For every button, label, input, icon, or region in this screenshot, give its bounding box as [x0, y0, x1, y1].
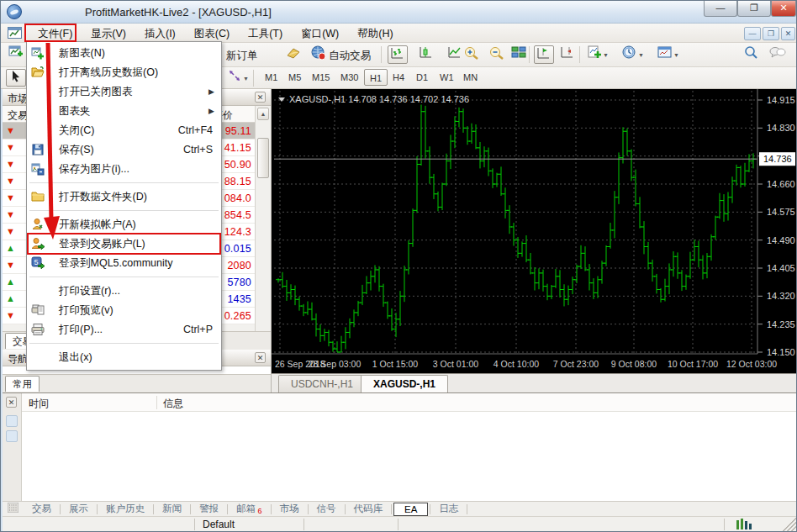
search-icon[interactable]	[741, 45, 761, 64]
bid-price: 0.265	[224, 310, 251, 322]
close-button[interactable]: ✕	[771, 1, 796, 17]
file-menu-item-14[interactable]: 打印设置(r)...	[27, 282, 221, 301]
new-order-button[interactable]: 新订单	[226, 49, 258, 63]
submenu-arrow-icon: ▶	[208, 102, 214, 121]
file-menu-item-3[interactable]: 图表夹▶	[27, 102, 221, 121]
indicators-button[interactable]	[584, 45, 604, 64]
autotrading-button[interactable]: 自动交易	[329, 49, 371, 63]
mdi-restore-button[interactable]: ❐	[763, 27, 779, 40]
cursor-button[interactable]	[6, 69, 26, 87]
profile-name[interactable]: Default	[203, 519, 235, 530]
price-chart[interactable]: 14.91514.83014.66014.57514.49014.40514.3…	[272, 89, 796, 373]
bottom-tab-10[interactable]: 日志	[430, 502, 467, 516]
minimize-button[interactable]: —	[704, 1, 737, 17]
file-menu-item-6[interactable]: 保存为图片(i)...	[27, 160, 221, 179]
templates-dropdown[interactable]: ▼	[673, 52, 679, 58]
timeframe-m15[interactable]: M15	[307, 69, 335, 86]
file-menu-item-1[interactable]: 打开离线历史数据(O)	[27, 63, 221, 82]
bottom-tab-1[interactable]: 展示	[61, 502, 97, 516]
timeframe-m5[interactable]: M5	[283, 69, 306, 86]
file-menu-item-8[interactable]: 打开数据文件夹(D)	[27, 187, 221, 207]
bottom-tab-8[interactable]: 代码库	[346, 502, 392, 516]
market-watch-close-icon[interactable]: ✕	[255, 92, 266, 103]
bottom-tab-9[interactable]: EA	[393, 503, 428, 516]
chart-shift-button[interactable]	[534, 45, 554, 64]
file-menu-item-10[interactable]: 开新模拟帐户(A)	[27, 215, 221, 234]
column-time[interactable]: 时间	[29, 397, 49, 411]
file-menu-item-0[interactable]: 新图表(N)	[27, 44, 221, 63]
bottom-tab-0[interactable]: 交易	[24, 502, 60, 516]
bottom-tab-5[interactable]: 邮箱 6	[228, 502, 271, 516]
bottom-tab-7[interactable]: 信号	[309, 502, 345, 516]
chat-icon[interactable]	[768, 45, 788, 64]
timeframe-m30[interactable]: M30	[335, 69, 363, 86]
annotation-box-file-menu	[24, 24, 77, 42]
indicators-dropdown[interactable]: ▼	[603, 52, 609, 58]
file-menu-item-2[interactable]: 打开已关闭图表▶	[27, 82, 221, 102]
column-message[interactable]: 信息	[163, 397, 183, 411]
bottom-tab-4[interactable]: 警报	[191, 502, 227, 516]
scroll-tabs-icon[interactable]	[8, 503, 18, 515]
draw-arrows-button[interactable]	[224, 69, 245, 87]
chart-window-icon[interactable]	[8, 27, 22, 39]
file-menu-item-18[interactable]: 退出(x)	[27, 348, 221, 367]
zoom-in-button[interactable]	[462, 45, 482, 64]
autotrading-icon[interactable]	[309, 45, 329, 64]
svg-text:14.235: 14.235	[767, 319, 795, 329]
timeframe-m1[interactable]: M1	[260, 69, 282, 86]
menubar-item-5[interactable]: 窗口(W)	[292, 24, 348, 44]
periods-dropdown[interactable]: ▼	[638, 52, 644, 58]
new-chart-button[interactable]	[6, 45, 26, 64]
timeframe-mn[interactable]: MN	[458, 69, 483, 86]
zoom-out-button[interactable]	[487, 45, 507, 64]
chart-tab-xagusdh1[interactable]: XAGUSD-,H1	[361, 375, 448, 393]
chart-tab-usdcnhh1[interactable]: USDCNH-,H1	[278, 375, 366, 392]
resize-grip[interactable]	[783, 518, 796, 531]
mail-badge: 6	[256, 507, 262, 515]
menubar-item-4[interactable]: 工具(T)	[239, 24, 292, 44]
tile-windows-button[interactable]	[509, 45, 529, 64]
tab-common[interactable]: 常用	[5, 376, 40, 392]
bar-chart-type-button[interactable]	[388, 45, 408, 64]
auto-scroll-button[interactable]	[557, 45, 578, 64]
templates-button[interactable]	[655, 45, 675, 64]
bid-price: 41.15	[224, 142, 251, 154]
folder-icon	[31, 190, 45, 203]
candlestick-type-button[interactable]	[416, 45, 436, 64]
bid-price: 0.015	[224, 243, 251, 255]
chart-area[interactable]: 14.91514.83014.66014.57514.49014.40514.3…	[272, 89, 796, 373]
folder-open-icon	[31, 66, 45, 79]
mdi-minimize-button[interactable]: —	[744, 27, 761, 40]
price-up-icon: ▲	[6, 243, 15, 253]
scrollbar-thumb[interactable]	[257, 138, 269, 178]
menubar-item-6[interactable]: 帮助(H)	[348, 24, 402, 44]
file-menu-item-5[interactable]: 保存(S)Ctrl+S	[27, 140, 221, 160]
timeframe-h4[interactable]: H4	[388, 69, 409, 86]
periods-button[interactable]	[620, 45, 640, 64]
terminal-side-strip: ✕	[3, 393, 22, 502]
timeframe-d1[interactable]: D1	[411, 69, 433, 86]
timeframe-h1[interactable]: H1	[364, 69, 388, 86]
maximize-button[interactable]: ❐	[737, 1, 771, 17]
mdi-close-button[interactable]: ✕	[781, 27, 795, 40]
navigator-close-icon[interactable]: ✕	[255, 352, 266, 363]
terminal-close-icon[interactable]: ✕	[6, 397, 17, 408]
draw-arrows-dropdown[interactable]: ▼	[243, 76, 249, 82]
file-menu-item-12[interactable]: 5登录到MQL5.community	[27, 254, 221, 273]
bottom-tab-6[interactable]: 市场	[272, 502, 308, 516]
file-menu-item-16[interactable]: 打印(P)...Ctrl+P	[27, 320, 221, 340]
scroll-up-icon[interactable]: ▲	[257, 108, 269, 120]
bid-price: 084.0	[224, 192, 251, 204]
chart-tabs-bar: USDCNH-,H1XAGUSD-,H1	[272, 373, 796, 392]
metaeditor-button[interactable]	[283, 45, 303, 64]
status-bar: Default	[3, 516, 796, 531]
file-menu-item-15[interactable]: 打印预览(v)	[27, 301, 221, 320]
navigator-tabstrip: 常用	[3, 374, 271, 392]
price-down-icon: ▼	[6, 192, 15, 203]
bottom-tab-3[interactable]: 新闻	[154, 502, 190, 516]
price-up-icon: ▲	[6, 277, 15, 287]
svg-text:4 Oct 10:00: 4 Oct 10:00	[494, 359, 539, 369]
timeframe-w1[interactable]: W1	[435, 69, 459, 86]
bottom-tab-2[interactable]: 账户历史	[98, 502, 153, 516]
file-menu-item-4[interactable]: 关闭(C)Ctrl+F4	[27, 121, 221, 140]
